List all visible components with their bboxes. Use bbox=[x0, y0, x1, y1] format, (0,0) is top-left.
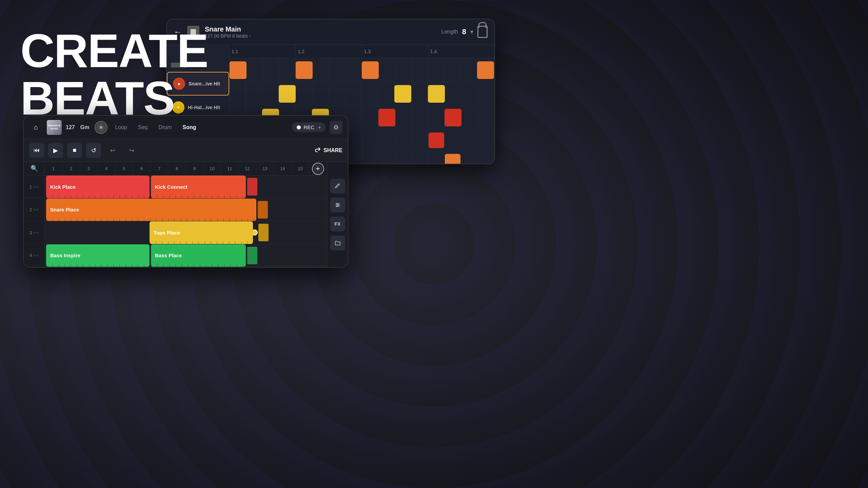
cell-o-15[interactable] bbox=[462, 106, 478, 129]
skip-back-button[interactable]: ⏮ bbox=[29, 143, 44, 158]
kick-place-block[interactable]: Kick Place bbox=[46, 176, 150, 198]
cell-e1-14[interactable] bbox=[445, 129, 461, 151]
add-measure-button[interactable]: + bbox=[312, 163, 324, 175]
cell-e2-10[interactable] bbox=[378, 151, 395, 164]
cell-s-13[interactable] bbox=[428, 58, 445, 82]
cell-s-11[interactable] bbox=[396, 58, 412, 82]
bass-place-block[interactable]: Bass Place bbox=[151, 244, 246, 267]
cell-h-16[interactable] bbox=[478, 82, 494, 105]
cell-s-14[interactable] bbox=[445, 58, 461, 82]
cell-e2-11[interactable] bbox=[395, 151, 412, 164]
cell-e1-10[interactable] bbox=[378, 129, 395, 151]
cell-h-3[interactable] bbox=[262, 82, 279, 105]
fx-button[interactable]: FX bbox=[330, 217, 345, 231]
track-3-lane: Tops Place bbox=[45, 221, 344, 244]
cell-s-5[interactable] bbox=[296, 58, 313, 82]
lock-icon[interactable] bbox=[477, 26, 488, 38]
cell-o-12[interactable] bbox=[412, 106, 428, 129]
cell-s-9[interactable] bbox=[362, 58, 379, 82]
transport-bar: ⏮ ▶ ■ ↺ ↩ ↪ SHARE bbox=[24, 139, 348, 162]
side-panel: FX bbox=[327, 162, 348, 267]
undo-button[interactable]: ↩ bbox=[105, 143, 120, 158]
cell-h-6[interactable] bbox=[312, 82, 329, 105]
timeline-ruler: 1 2 3 4 5 6 7 8 9 10 11 12 13 14 15 + bbox=[45, 162, 344, 176]
cell-s-2[interactable] bbox=[247, 58, 263, 82]
cell-s-15[interactable] bbox=[461, 58, 477, 82]
tab-song[interactable]: Song bbox=[179, 122, 200, 133]
cell-o-14[interactable] bbox=[445, 106, 462, 129]
tab-loop[interactable]: Loop bbox=[112, 122, 131, 133]
ruler-14: 14 bbox=[274, 162, 292, 175]
cell-s-4[interactable] bbox=[279, 58, 296, 82]
play-button[interactable]: ▶ bbox=[48, 143, 63, 158]
cell-o-11[interactable] bbox=[396, 106, 412, 129]
chevron-down-icon[interactable]: ▾ bbox=[470, 28, 473, 36]
cell-h-1[interactable] bbox=[230, 82, 246, 105]
settings-button[interactable]: ⚙ bbox=[330, 121, 342, 134]
edit-button[interactable] bbox=[330, 179, 345, 194]
cell-h-9[interactable] bbox=[361, 82, 378, 105]
cell-o-13[interactable] bbox=[428, 106, 445, 129]
home-button[interactable]: ⌂ bbox=[29, 121, 43, 134]
front-navbar: ⌂ MASSIVE BASS 127 Gm Loop Seq Drum Song… bbox=[24, 116, 348, 139]
files-button[interactable] bbox=[330, 236, 345, 250]
cell-e1-16[interactable] bbox=[478, 129, 494, 151]
search-icon[interactable]: 🔍 bbox=[31, 165, 38, 172]
cell-s-16[interactable] bbox=[477, 58, 494, 82]
cell-e1-13[interactable] bbox=[428, 129, 445, 151]
cell-h-13[interactable] bbox=[428, 82, 445, 105]
cell-h-4[interactable] bbox=[279, 82, 296, 105]
ruler-8: 8 bbox=[168, 162, 186, 175]
cell-e2-9[interactable] bbox=[362, 151, 379, 164]
cell-s-8[interactable] bbox=[346, 58, 362, 82]
tab-drum[interactable]: Drum bbox=[155, 122, 175, 133]
tops-place-block[interactable]: Tops Place bbox=[150, 221, 253, 244]
cell-e2-12[interactable] bbox=[412, 151, 428, 164]
cell-s-10[interactable] bbox=[379, 58, 395, 82]
mixer-button[interactable] bbox=[330, 198, 345, 212]
cell-h-15[interactable] bbox=[461, 82, 478, 105]
tempo-knob[interactable] bbox=[95, 121, 107, 134]
cell-h-5[interactable] bbox=[296, 82, 312, 105]
cell-h-8[interactable] bbox=[345, 82, 361, 105]
cell-e1-9[interactable] bbox=[362, 129, 379, 151]
stop-button[interactable]: ■ bbox=[67, 143, 82, 158]
cell-s-1[interactable] bbox=[230, 58, 247, 82]
cell-e2-15[interactable] bbox=[461, 151, 478, 164]
ruler-16-plus[interactable]: + bbox=[309, 162, 327, 175]
length-label: Length bbox=[441, 29, 458, 35]
cell-h-12[interactable] bbox=[412, 82, 428, 105]
cell-h-14[interactable] bbox=[445, 82, 461, 105]
cell-e1-12[interactable] bbox=[412, 129, 428, 151]
cell-e2-13[interactable] bbox=[428, 151, 445, 164]
cell-o-16[interactable] bbox=[478, 106, 494, 129]
cell-e2-16[interactable] bbox=[478, 151, 494, 164]
cell-s-3[interactable] bbox=[263, 58, 279, 82]
snare-place-block[interactable]: Snare Place bbox=[46, 199, 256, 221]
cell-o-9[interactable] bbox=[362, 106, 378, 129]
kick-connect-block[interactable]: Kick Connect bbox=[151, 176, 246, 198]
kick-extra-block bbox=[247, 178, 257, 196]
cell-e2-14[interactable] bbox=[445, 151, 461, 164]
rec-button[interactable]: REC ▾ bbox=[292, 122, 326, 132]
share-label: SHARE bbox=[323, 147, 342, 154]
cell-s-6[interactable] bbox=[313, 58, 329, 82]
cell-s-12[interactable] bbox=[412, 58, 428, 82]
cell-s-7[interactable] bbox=[329, 58, 346, 82]
cell-h-11[interactable] bbox=[394, 82, 412, 105]
track-4-sidebar: 4 ∿∿ bbox=[24, 244, 44, 267]
cell-e1-11[interactable] bbox=[395, 129, 412, 151]
redo-button[interactable]: ↪ bbox=[124, 143, 139, 158]
cell-o-10[interactable] bbox=[378, 106, 396, 129]
cell-h-10[interactable] bbox=[378, 82, 394, 105]
bass-inspire-block[interactable]: Bass Inspire bbox=[46, 244, 150, 267]
cell-h-7[interactable] bbox=[329, 82, 345, 105]
cell-e1-15[interactable] bbox=[461, 129, 478, 151]
cell-h-2[interactable] bbox=[246, 82, 262, 105]
share-button[interactable]: SHARE bbox=[314, 147, 342, 154]
share-icon bbox=[314, 147, 321, 154]
album-art: MASSIVE BASS bbox=[47, 120, 62, 135]
rec-dropdown-icon[interactable]: ▾ bbox=[318, 125, 321, 130]
tab-seq[interactable]: Seq bbox=[135, 122, 151, 133]
loop-button[interactable]: ↺ bbox=[86, 143, 101, 158]
